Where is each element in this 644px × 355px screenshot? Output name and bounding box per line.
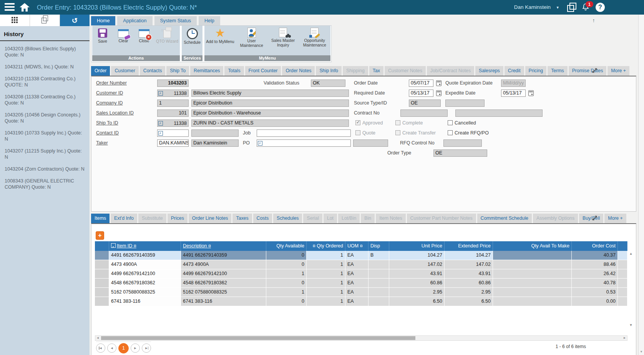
order-tab-terms[interactable]: Terms <box>548 66 567 76</box>
history-item[interactable]: 1043208 (11338 Contracting Co.) Quote: N <box>5 94 85 106</box>
grid-cell-unit_price[interactable]: 60.86 <box>389 279 445 287</box>
items-tab-commitment-schedule[interactable]: Commitment Schedule <box>477 214 532 223</box>
grid-scroll-down-icon[interactable]: ▼ <box>628 323 634 327</box>
sidebar-tab-history[interactable] <box>60 15 90 26</box>
notifications-button[interactable]: 1 <box>581 3 590 12</box>
grid-cell-qty_ordered[interactable]: 1 <box>307 251 345 260</box>
first-page-button[interactable]: ◄ <box>96 343 105 353</box>
grid-cell-description[interactable]: 5162 075880088325 <box>181 288 266 297</box>
items-tab-more[interactable]: More + <box>604 214 626 223</box>
grid-cell-description[interactable]: 6741 383-116 <box>181 297 266 306</box>
clear-button[interactable]: Clear <box>113 26 134 55</box>
grid-row-selected[interactable]: 4491 6626791403594491 66267914035901EAB1… <box>95 251 627 260</box>
grid-cell-uom[interactable]: EA <box>345 288 368 297</box>
grid-cell-trail[interactable] <box>618 297 627 306</box>
order-tab-contacts[interactable]: Contacts <box>140 66 166 76</box>
grid-row[interactable]: 4499 6626791421004499 66267914210011EA43… <box>95 269 627 278</box>
grid-cell-item_id[interactable]: 4491 662679140359 <box>109 251 181 260</box>
grid-header-disp[interactable]: Disp <box>368 241 389 251</box>
grid-cell-qty_ordered[interactable]: 1 <box>307 288 345 297</box>
order-number-field[interactable]: 1043203 <box>157 80 189 87</box>
grid-cell-disp[interactable] <box>368 279 389 287</box>
grid-row[interactable]: 5162 0758800883255162 07588008832511EA2.… <box>95 288 627 297</box>
open-windows-icon[interactable] <box>567 5 574 12</box>
scrollbar-thumb[interactable] <box>101 336 415 340</box>
grid-cell-qty_avail_to_make[interactable] <box>493 279 572 287</box>
sales-master-inquiry-button[interactable]: Sales Master Inquiry <box>267 26 299 55</box>
customer-id-field[interactable]: 11338 <box>157 90 189 97</box>
grid-cell-uom[interactable]: EA <box>345 269 368 278</box>
ribbon-tab-system-status[interactable]: System Status <box>154 16 197 25</box>
grid-cell-qty_available[interactable]: 1 <box>266 269 307 278</box>
grid-cell-description[interactable]: 4473 4900A <box>181 260 266 269</box>
history-item[interactable]: 1043210 (11338 Contracting Co.) QUOTE: N <box>5 76 85 88</box>
grid-header-qty_avail_to_make[interactable]: Qty Avail To Make <box>493 241 572 251</box>
grid-cell-extended_price[interactable]: 147.02 <box>445 260 493 269</box>
history-item[interactable]: 1043211 (MDWS, Inc.) Quote: N <box>5 64 85 70</box>
grid-cell-extended_price[interactable]: 2.95 <box>445 288 493 297</box>
grid-cell-sel[interactable] <box>95 279 109 287</box>
grid-cell-order_cost[interactable]: 0.53 <box>572 288 618 297</box>
grid-cell-uom[interactable]: EA <box>345 251 368 260</box>
previous-page-button[interactable]: ◄ <box>107 343 116 353</box>
create-rfq-po-checkbox[interactable] <box>448 130 453 135</box>
customer-id-label[interactable]: Customer ID <box>96 90 123 96</box>
expand-order-section-icon[interactable] <box>592 68 599 75</box>
create-rfq-po-checkbox-label[interactable]: Create RFQ/PO <box>455 130 489 136</box>
grid-cell-qty_avail_to_make[interactable] <box>493 297 572 306</box>
grid-cell-disp[interactable] <box>368 288 389 297</box>
add-line-button[interactable]: + <box>96 232 104 239</box>
scroll-left-icon[interactable]: ◄ <box>95 336 100 340</box>
grid-cell-unit_price[interactable]: 2.95 <box>389 288 445 297</box>
order-tab-order-notes[interactable]: Order Notes <box>282 66 315 76</box>
expand-items-section-icon[interactable] <box>592 215 599 222</box>
order-tab-pricing[interactable]: Pricing <box>525 66 547 76</box>
calendar-icon[interactable] <box>436 80 442 86</box>
grid-cell-unit_price[interactable]: 147.02 <box>389 260 445 269</box>
grid-row[interactable]: 4473 4900A4473 4900A01EA147.02147.0288.4… <box>95 260 627 269</box>
grid-row[interactable]: 6741 383-1166741 383-11601EA6.506.500.00 <box>95 297 627 306</box>
grid-cell-item_id[interactable]: 4499 662679142100 <box>109 269 181 278</box>
order-tab-remittances[interactable]: Remittances <box>190 66 223 76</box>
order-tab-credit[interactable]: Credit <box>505 66 524 76</box>
items-tab-taxes[interactable]: Taxes <box>232 214 252 223</box>
grid-cell-uom[interactable]: EA <box>345 297 368 306</box>
cancelled-checkbox[interactable] <box>448 120 453 125</box>
items-tab-buy-sell[interactable]: Buy/Sell <box>579 214 603 223</box>
grid-cell-unit_price[interactable]: 6.50 <box>389 297 445 306</box>
grid-cell-extended_price[interactable]: 6.50 <box>445 297 493 306</box>
grid-header-extended_price[interactable]: Extended Price <box>445 241 493 251</box>
next-page-button[interactable]: ► <box>131 343 140 353</box>
calendar-icon[interactable] <box>528 90 534 96</box>
order-tab-front-counter[interactable]: Front Counter <box>245 66 281 76</box>
grid-cell-disp[interactable] <box>368 269 389 278</box>
chevron-down-icon[interactable]: ▾ <box>556 0 559 15</box>
grid-cell-qty_ordered[interactable]: 1 <box>307 260 345 269</box>
taker-label[interactable]: Taker <box>96 140 108 146</box>
grid-cell-item_id[interactable]: 4473 4900A <box>109 260 181 269</box>
grid-cell-unit_price[interactable]: 104.27 <box>389 251 445 260</box>
grid-cell-order_cost[interactable]: 40.78 <box>572 279 618 287</box>
scroll-right-icon[interactable]: ► <box>622 336 627 340</box>
user-menu[interactable]: Dan Kaminstein <box>514 0 551 15</box>
collapse-ribbon-icon[interactable]: ↑ <box>590 17 597 24</box>
grid-cell-qty_ordered[interactable]: 1 <box>307 269 345 278</box>
grid-cell-sel[interactable] <box>95 288 109 297</box>
grid-cell-description[interactable]: 4499 662679142100 <box>181 269 266 278</box>
grid-cell-sel[interactable] <box>95 297 109 306</box>
close-button[interactable]: Close <box>134 26 154 55</box>
drilldown-icon[interactable] <box>258 141 262 146</box>
schedule-button[interactable]: Schedule <box>182 26 202 55</box>
order-date-field[interactable]: 05/07/17 <box>409 80 433 87</box>
grid-cell-qty_available[interactable]: 0 <box>266 260 307 269</box>
grid-cell-qty_ordered[interactable]: 1 <box>307 279 345 287</box>
grid-cell-unit_price[interactable]: 43.91 <box>389 269 445 278</box>
page-scrollbar[interactable]: ▼ <box>638 15 644 355</box>
grid-cell-disp[interactable] <box>368 260 389 269</box>
grid-header-qty_available[interactable]: Qty Available <box>266 241 307 251</box>
grid-cell-trail[interactable] <box>618 279 627 287</box>
grid-cell-qty_ordered[interactable]: 1 <box>307 297 345 306</box>
grid-cell-description[interactable]: 4548 662679180362 <box>181 279 266 287</box>
grid-header-uom[interactable]: UOM ¤ <box>345 241 368 251</box>
grid-cell-extended_price[interactable]: 43.91 <box>445 269 493 278</box>
